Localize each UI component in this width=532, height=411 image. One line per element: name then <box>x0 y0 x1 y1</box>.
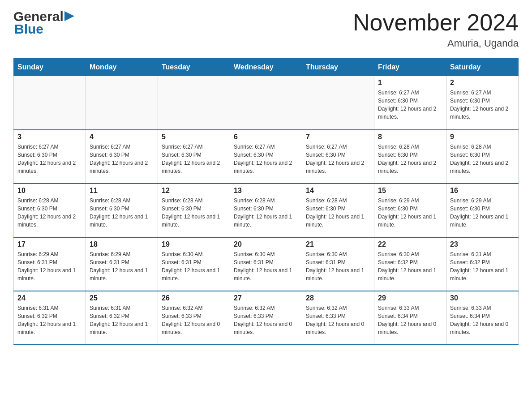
day-number: 30 <box>450 294 515 302</box>
day-number: 1 <box>378 79 442 87</box>
calendar-cell-w3-d3: 12Sunrise: 6:28 AMSunset: 6:30 PMDayligh… <box>158 184 230 237</box>
calendar-cell-w1-d5 <box>302 76 374 130</box>
day-info: Sunrise: 6:32 AMSunset: 6:33 PMDaylight:… <box>234 304 298 336</box>
day-number: 18 <box>90 240 154 248</box>
day-number: 22 <box>378 240 442 248</box>
calendar-cell-w2-d7: 9Sunrise: 6:28 AMSunset: 6:30 PMDaylight… <box>446 130 519 184</box>
calendar-cell-w3-d2: 11Sunrise: 6:28 AMSunset: 6:30 PMDayligh… <box>86 184 158 237</box>
col-friday: Friday <box>374 59 446 76</box>
day-number: 7 <box>306 133 370 141</box>
calendar-cell-w3-d5: 14Sunrise: 6:28 AMSunset: 6:30 PMDayligh… <box>302 184 374 237</box>
svg-marker-0 <box>64 11 74 21</box>
calendar-cell-w1-d3 <box>158 76 230 130</box>
day-number: 19 <box>162 240 226 248</box>
day-info: Sunrise: 6:28 AMSunset: 6:30 PMDaylight:… <box>162 197 226 229</box>
day-info: Sunrise: 6:30 AMSunset: 6:31 PMDaylight:… <box>234 250 298 283</box>
location-subtitle: Amuria, Uganda <box>353 38 519 49</box>
calendar-cell-w3-d1: 10Sunrise: 6:28 AMSunset: 6:30 PMDayligh… <box>14 184 86 237</box>
calendar-cell-w3-d7: 16Sunrise: 6:29 AMSunset: 6:30 PMDayligh… <box>446 184 519 237</box>
calendar-cell-w4-d5: 21Sunrise: 6:30 AMSunset: 6:31 PMDayligh… <box>302 237 374 291</box>
day-number: 21 <box>306 240 370 248</box>
day-info: Sunrise: 6:33 AMSunset: 6:34 PMDaylight:… <box>378 304 442 336</box>
day-info: Sunrise: 6:29 AMSunset: 6:31 PMDaylight:… <box>17 250 82 283</box>
col-sunday: Sunday <box>14 59 86 76</box>
day-info: Sunrise: 6:27 AMSunset: 6:30 PMDaylight:… <box>306 143 370 175</box>
col-saturday: Saturday <box>446 59 519 76</box>
day-info: Sunrise: 6:28 AMSunset: 6:30 PMDaylight:… <box>450 143 515 175</box>
day-number: 16 <box>450 187 515 195</box>
day-info: Sunrise: 6:27 AMSunset: 6:30 PMDaylight:… <box>378 89 442 121</box>
col-wednesday: Wednesday <box>230 59 302 76</box>
calendar-cell-w4-d3: 19Sunrise: 6:30 AMSunset: 6:31 PMDayligh… <box>158 237 230 291</box>
day-info: Sunrise: 6:33 AMSunset: 6:34 PMDaylight:… <box>450 304 515 336</box>
calendar-cell-w2-d5: 7Sunrise: 6:27 AMSunset: 6:30 PMDaylight… <box>302 130 374 184</box>
day-info: Sunrise: 6:28 AMSunset: 6:30 PMDaylight:… <box>17 197 82 229</box>
calendar-cell-w5-d6: 29Sunrise: 6:33 AMSunset: 6:34 PMDayligh… <box>374 291 446 345</box>
day-number: 27 <box>234 294 298 302</box>
day-number: 13 <box>234 187 298 195</box>
calendar-week-2: 3Sunrise: 6:27 AMSunset: 6:30 PMDaylight… <box>14 130 519 184</box>
logo-arrow-icon <box>64 11 74 21</box>
day-info: Sunrise: 6:27 AMSunset: 6:30 PMDaylight:… <box>162 143 226 175</box>
logo: General Blue <box>13 9 74 37</box>
calendar-cell-w4-d4: 20Sunrise: 6:30 AMSunset: 6:31 PMDayligh… <box>230 237 302 291</box>
calendar-cell-w5-d2: 25Sunrise: 6:31 AMSunset: 6:32 PMDayligh… <box>86 291 158 345</box>
month-title: November 2024 <box>353 9 519 36</box>
day-info: Sunrise: 6:28 AMSunset: 6:30 PMDaylight:… <box>90 197 154 229</box>
calendar-cell-w5-d3: 26Sunrise: 6:32 AMSunset: 6:33 PMDayligh… <box>158 291 230 345</box>
calendar-cell-w5-d4: 27Sunrise: 6:32 AMSunset: 6:33 PMDayligh… <box>230 291 302 345</box>
day-number: 10 <box>17 187 82 195</box>
day-info: Sunrise: 6:31 AMSunset: 6:32 PMDaylight:… <box>90 304 154 336</box>
calendar-week-4: 17Sunrise: 6:29 AMSunset: 6:31 PMDayligh… <box>14 237 519 291</box>
day-number: 26 <box>162 294 226 302</box>
calendar-cell-w5-d1: 24Sunrise: 6:31 AMSunset: 6:32 PMDayligh… <box>14 291 86 345</box>
day-number: 20 <box>234 240 298 248</box>
col-tuesday: Tuesday <box>158 59 230 76</box>
calendar-cell-w3-d6: 15Sunrise: 6:29 AMSunset: 6:30 PMDayligh… <box>374 184 446 237</box>
day-info: Sunrise: 6:30 AMSunset: 6:31 PMDaylight:… <box>306 250 370 283</box>
day-number: 6 <box>234 133 298 141</box>
calendar-week-3: 10Sunrise: 6:28 AMSunset: 6:30 PMDayligh… <box>14 184 519 237</box>
calendar-cell-w1-d4 <box>230 76 302 130</box>
calendar-cell-w2-d2: 4Sunrise: 6:27 AMSunset: 6:30 PMDaylight… <box>86 130 158 184</box>
day-info: Sunrise: 6:27 AMSunset: 6:30 PMDaylight:… <box>234 143 298 175</box>
day-info: Sunrise: 6:27 AMSunset: 6:30 PMDaylight:… <box>17 143 82 175</box>
day-info: Sunrise: 6:28 AMSunset: 6:30 PMDaylight:… <box>378 143 442 175</box>
day-info: Sunrise: 6:29 AMSunset: 6:31 PMDaylight:… <box>90 250 154 283</box>
day-number: 23 <box>450 240 515 248</box>
calendar-cell-w4-d2: 18Sunrise: 6:29 AMSunset: 6:31 PMDayligh… <box>86 237 158 291</box>
calendar-cell-w5-d7: 30Sunrise: 6:33 AMSunset: 6:34 PMDayligh… <box>446 291 519 345</box>
day-info: Sunrise: 6:30 AMSunset: 6:32 PMDaylight:… <box>378 250 442 283</box>
day-info: Sunrise: 6:31 AMSunset: 6:32 PMDaylight:… <box>450 250 515 283</box>
day-number: 11 <box>90 187 154 195</box>
calendar-week-1: 1Sunrise: 6:27 AMSunset: 6:30 PMDaylight… <box>14 76 519 130</box>
day-number: 2 <box>450 79 515 87</box>
day-number: 29 <box>378 294 442 302</box>
day-number: 5 <box>162 133 226 141</box>
day-info: Sunrise: 6:27 AMSunset: 6:30 PMDaylight:… <box>450 89 515 121</box>
day-number: 3 <box>17 133 82 141</box>
day-info: Sunrise: 6:28 AMSunset: 6:30 PMDaylight:… <box>306 197 370 229</box>
day-number: 14 <box>306 187 370 195</box>
logo-blue-text: Blue <box>13 21 43 37</box>
day-number: 15 <box>378 187 442 195</box>
day-number: 12 <box>162 187 226 195</box>
calendar-header-row: Sunday Monday Tuesday Wednesday Thursday… <box>14 59 519 76</box>
page-header: General Blue November 2024 Amuria, Ugand… <box>13 9 519 49</box>
day-number: 24 <box>17 294 82 302</box>
day-info: Sunrise: 6:31 AMSunset: 6:32 PMDaylight:… <box>17 304 82 336</box>
day-info: Sunrise: 6:29 AMSunset: 6:30 PMDaylight:… <box>450 197 515 229</box>
calendar-cell-w1-d6: 1Sunrise: 6:27 AMSunset: 6:30 PMDaylight… <box>374 76 446 130</box>
day-number: 17 <box>17 240 82 248</box>
day-number: 9 <box>450 133 515 141</box>
calendar-cell-w3-d4: 13Sunrise: 6:28 AMSunset: 6:30 PMDayligh… <box>230 184 302 237</box>
calendar-cell-w2-d3: 5Sunrise: 6:27 AMSunset: 6:30 PMDaylight… <box>158 130 230 184</box>
day-info: Sunrise: 6:32 AMSunset: 6:33 PMDaylight:… <box>162 304 226 336</box>
calendar-cell-w1-d2 <box>86 76 158 130</box>
day-number: 8 <box>378 133 442 141</box>
calendar-week-5: 24Sunrise: 6:31 AMSunset: 6:32 PMDayligh… <box>14 291 519 345</box>
calendar-cell-w4-d7: 23Sunrise: 6:31 AMSunset: 6:32 PMDayligh… <box>446 237 519 291</box>
calendar-cell-w1-d7: 2Sunrise: 6:27 AMSunset: 6:30 PMDaylight… <box>446 76 519 130</box>
col-monday: Monday <box>86 59 158 76</box>
calendar-cell-w5-d5: 28Sunrise: 6:32 AMSunset: 6:33 PMDayligh… <box>302 291 374 345</box>
